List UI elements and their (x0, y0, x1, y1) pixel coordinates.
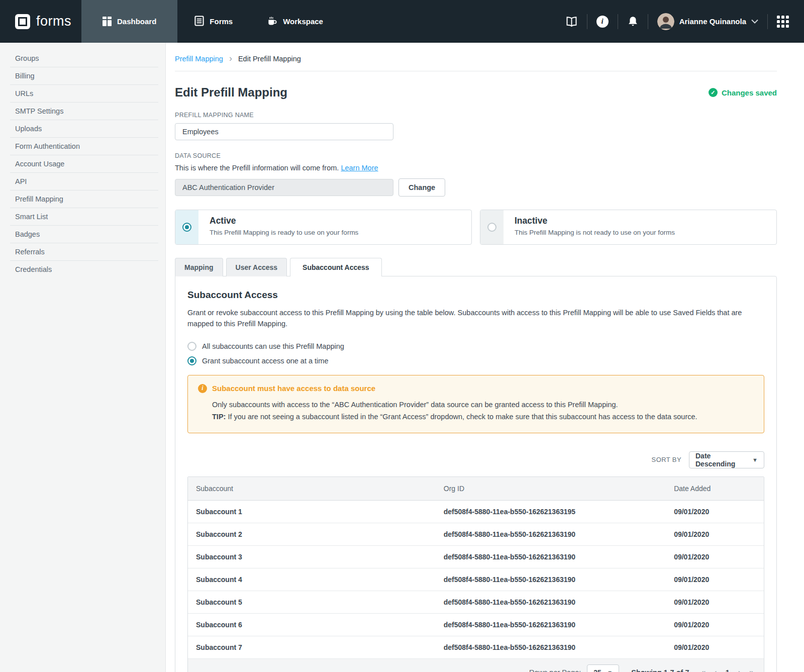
table-row: Subaccount 4def508f4-5880-11ea-b550-1626… (188, 568, 764, 591)
sort-by-label: SORT BY (652, 456, 681, 463)
breadcrumb-parent-link[interactable]: Prefill Mapping (175, 55, 223, 63)
org-id-cell: def508f4-5880-11ea-b550-162621363190 (436, 545, 666, 568)
nav-item-label: Forms (210, 17, 233, 26)
inactive-radio[interactable] (487, 223, 496, 232)
data-source-label: DATA SOURCE (175, 152, 777, 159)
status-card-title: Inactive (515, 216, 675, 226)
app-grid-icon[interactable] (777, 16, 789, 28)
date-added-cell: 09/01/2020 (666, 500, 764, 523)
chevron-down-icon (751, 19, 758, 24)
change-data-source-button[interactable]: Change (398, 178, 445, 197)
subaccount-name-cell: Subaccount 7 (188, 636, 436, 658)
status-card-desc: This Prefill Mapping is not ready to use… (515, 229, 675, 236)
prefill-name-input[interactable] (175, 123, 393, 140)
sidebar-item-referrals[interactable]: Referrals (10, 243, 158, 261)
breadcrumb-current: Edit Prefill Mapping (238, 55, 301, 63)
page-title: Edit Prefill Mapping (175, 85, 287, 100)
alert-tip-text: If you are not seeing a subaccount liste… (226, 413, 697, 421)
org-id-cell: def508f4-5880-11ea-b550-162621363195 (436, 500, 666, 523)
first-page-button[interactable]: « (701, 668, 706, 672)
primary-nav: Dashboard Forms Workspace (81, 0, 340, 43)
sidebar-item-api[interactable]: API (10, 173, 158, 190)
nav-item-workspace[interactable]: Workspace (250, 0, 340, 43)
radio-label: All subaccounts can use this Prefill Map… (202, 342, 344, 350)
caret-down-icon: ▼ (752, 457, 758, 463)
tab-subaccount-access[interactable]: Subaccount Access (290, 258, 382, 276)
status-card-title: Active (210, 216, 358, 226)
status-card-active[interactable]: Active This Prefill Mapping is ready to … (175, 210, 472, 245)
sidebar-item-prefill-mapping[interactable]: Prefill Mapping (10, 190, 158, 208)
docs-book-icon[interactable] (565, 16, 578, 27)
sidebar-item-groups[interactable]: Groups (10, 50, 158, 67)
table-footer: Rows per Page: 25 ▼ Showing 1-7 of 7 « ‹… (188, 659, 764, 672)
data-source-access-alert: i Subaccount must have access to data so… (187, 375, 764, 433)
sort-dropdown[interactable]: Date Descending ▼ (689, 451, 764, 468)
status-card-desc: This Prefill Mapping is ready to use on … (210, 229, 358, 236)
table-row: Subaccount 6def508f4-5880-11ea-b550-1626… (188, 613, 764, 636)
nav-item-dashboard[interactable]: Dashboard (81, 0, 177, 43)
sidebar-item-account-usage[interactable]: Account Usage (10, 155, 158, 173)
sidebar-item-uploads[interactable]: Uploads (10, 120, 158, 138)
table-header-row: Subaccount Org ID Date Added (188, 477, 764, 501)
subaccount-name-cell: Subaccount 6 (188, 613, 436, 636)
prefill-name-label: PREFILL MAPPING NAME (175, 112, 777, 119)
subaccount-table: Subaccount Org ID Date Added Subaccount … (187, 476, 764, 672)
col-header-org-id: Org ID (436, 477, 666, 501)
table-row: Subaccount 5def508f4-5880-11ea-b550-1626… (188, 591, 764, 613)
subaccount-name-cell: Subaccount 3 (188, 545, 436, 568)
tab-mapping[interactable]: Mapping (175, 258, 223, 276)
next-page-button[interactable]: › (738, 668, 741, 672)
breadcrumb: Prefill Mapping › Edit Prefill Mapping (175, 55, 777, 63)
date-added-cell: 09/01/2020 (666, 613, 764, 636)
panel-description: Grant or revoke subaccount access to thi… (187, 307, 764, 330)
status-card-inactive[interactable]: Inactive This Prefill Mapping is not rea… (480, 210, 777, 245)
date-added-cell: 09/01/2020 (666, 545, 764, 568)
radio-label: Grant subaccount access one at a time (202, 357, 328, 365)
rows-per-page-value: 25 (593, 668, 601, 672)
rows-per-page-dropdown[interactable]: 25 ▼ (587, 664, 619, 672)
radio-all-subaccounts[interactable]: All subaccounts can use this Prefill Map… (187, 342, 764, 351)
tab-user-access[interactable]: User Access (226, 258, 287, 276)
grant-one-radio[interactable] (187, 356, 196, 365)
info-icon[interactable]: i (596, 16, 609, 28)
sidebar-item-billing[interactable]: Billing (10, 67, 158, 85)
table-row: Subaccount 2def508f4-5880-11ea-b550-1626… (188, 523, 764, 545)
active-radio[interactable] (182, 223, 191, 232)
alert-info-icon: i (198, 384, 207, 393)
user-menu[interactable]: Arianne Quinanola (657, 13, 758, 30)
sidebar-item-badges[interactable]: Badges (10, 226, 158, 243)
notifications-bell-icon[interactable] (627, 16, 639, 27)
subaccount-name-cell: Subaccount 2 (188, 523, 436, 545)
prev-page-button[interactable]: ‹ (714, 668, 717, 672)
forms-doc-icon (194, 16, 204, 28)
app-logo: forms (0, 0, 81, 43)
learn-more-link[interactable]: Learn More (341, 164, 378, 172)
col-header-date-added: Date Added (666, 477, 764, 501)
sort-dropdown-value: Date Descending (695, 452, 747, 468)
radio-strip (480, 210, 504, 244)
sidebar-item-smtp-settings[interactable]: SMTP Settings (10, 103, 158, 120)
dashboard-icon (103, 17, 112, 26)
last-page-button[interactable]: » (749, 668, 754, 672)
sidebar-item-form-authentication[interactable]: Form Authentication (10, 138, 158, 155)
date-added-cell: 09/01/2020 (666, 591, 764, 613)
sidebar-item-credentials[interactable]: Credentials (10, 261, 158, 278)
data-source-input (175, 179, 393, 196)
subaccount-table-body: Subaccount 1def508f4-5880-11ea-b550-1626… (188, 500, 764, 658)
divider (648, 14, 648, 29)
caret-down-icon: ▼ (607, 669, 613, 672)
sidebar-item-smart-list[interactable]: Smart List (10, 208, 158, 226)
divider (767, 14, 768, 29)
check-circle-icon: ✓ (709, 88, 718, 97)
all-subaccounts-radio[interactable] (187, 342, 196, 351)
brand-name: forms (36, 14, 71, 29)
radio-grant-one-at-a-time[interactable]: Grant subaccount access one at a time (187, 356, 764, 365)
nav-item-forms[interactable]: Forms (177, 0, 250, 43)
divider (587, 14, 587, 29)
radio-strip (175, 210, 198, 244)
current-page[interactable]: 1 (726, 668, 730, 672)
breadcrumb-chevron-icon: › (229, 54, 232, 63)
sidebar-item-urls[interactable]: URLs (10, 85, 158, 103)
nav-item-label: Dashboard (117, 17, 156, 26)
main-content: Prefill Mapping › Edit Prefill Mapping E… (166, 43, 804, 672)
